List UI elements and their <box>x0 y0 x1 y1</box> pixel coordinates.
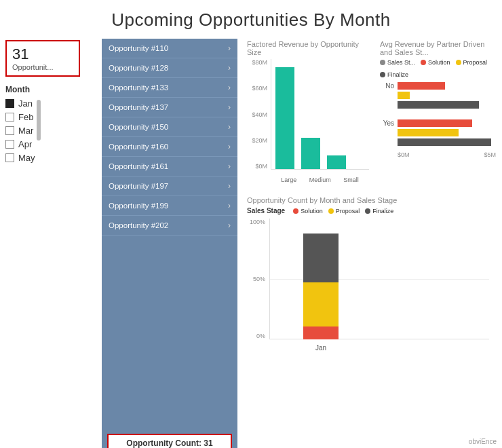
stacked-segment-proposal <box>303 282 339 326</box>
legend3-dot-finalize <box>365 208 370 214</box>
x-label-jan: Jan <box>303 344 339 352</box>
list-item-1[interactable]: Opportunity #128 › <box>102 58 237 78</box>
stacked-bar-jan <box>303 234 339 339</box>
chart-avg-revenue: Avg Revenue by Partner Driven and Sales … <box>374 37 501 193</box>
bar-large <box>275 67 294 169</box>
y-label-0m: $0M <box>247 163 267 170</box>
filter-item-may[interactable]: May <box>5 153 35 163</box>
filter-scrollbar[interactable] <box>37 100 41 141</box>
checkbox-feb[interactable] <box>5 113 14 122</box>
filter-item-feb[interactable]: Feb <box>5 112 35 122</box>
chart-opportunity-count: Opportunity Count by Month and Sales Sta… <box>242 193 501 448</box>
y-label-20m: $20M <box>247 137 267 144</box>
stacked-segment-solution <box>303 326 339 339</box>
stacked-x-labels: Jan <box>269 344 489 352</box>
chart2-title: Avg Revenue by Partner Driven and Sales … <box>380 40 496 56</box>
filter-label-jan: Jan <box>18 98 33 109</box>
chart-factored-revenue: Factored Revenue by Opportunity Size $80… <box>242 37 374 193</box>
legend-solution: Solution <box>421 59 450 66</box>
x-label-large: Large <box>281 176 296 183</box>
chevron-icon-5: › <box>228 142 231 151</box>
list-item-5[interactable]: Opportunity #160 › <box>102 137 237 157</box>
hbar-group-no: No <box>380 82 496 109</box>
x-label-0m: $0M <box>398 151 410 158</box>
list-item-9[interactable]: Opportunity #202 › <box>102 216 237 236</box>
left-panel: 31 Opportunit... Month Jan Feb <box>0 37 102 448</box>
stacked-chart-container: 100% 50% 0% <box>247 219 496 354</box>
legend3-dot-solution <box>293 208 298 214</box>
stacked-segment-finalize <box>303 234 339 282</box>
list-item-7[interactable]: Opportunity #197 › <box>102 176 237 196</box>
kpi-card[interactable]: 31 Opportunit... <box>5 40 80 77</box>
filter-title: Month <box>5 85 96 94</box>
charts-area: Factored Revenue by Opportunity Size $80… <box>237 37 502 448</box>
filter-item-jan[interactable]: Jan <box>5 98 35 109</box>
list-footer: Opportunity Count: 31 <box>107 434 232 448</box>
legend-label-finalize: Finalize <box>387 71 408 78</box>
legend3-label-proposal: Proposal <box>336 208 360 214</box>
filter-label-mar: Mar <box>18 126 33 136</box>
charts-top-row: Factored Revenue by Opportunity Size $80… <box>242 37 501 193</box>
legend3-label-solution: Solution <box>301 208 323 214</box>
chevron-icon-3: › <box>228 102 231 112</box>
chevron-icon-8: › <box>228 201 231 210</box>
legend-dot-proposal <box>456 60 461 65</box>
checkbox-apr[interactable] <box>5 140 14 149</box>
bar-medium-rect <box>301 138 320 169</box>
filter-item-apr[interactable]: Apr <box>5 139 35 149</box>
filter-label-may: May <box>18 153 35 163</box>
list-item-8[interactable]: Opportunity #199 › <box>102 196 237 216</box>
legend3-dot-proposal <box>328 208 334 214</box>
hbar-yes-proposal <box>398 129 459 136</box>
checkbox-may[interactable] <box>5 153 14 162</box>
chart2-legend: Sales St... Solution Proposal Finalize <box>380 59 496 78</box>
filter-item-mar[interactable]: Mar <box>5 126 35 136</box>
legend3-solution: Solution <box>293 207 323 214</box>
hbar-no-proposal <box>398 92 410 99</box>
checkbox-jan[interactable] <box>5 99 14 108</box>
stacked-bars-area <box>269 219 489 339</box>
hbar-x-axis: $0M $5M <box>398 151 496 158</box>
list-item-0[interactable]: Opportunity #110 › <box>102 39 237 58</box>
list-item-4[interactable]: Opportunity #150 › <box>102 117 237 137</box>
chevron-icon-9: › <box>228 221 231 230</box>
hbar-yes-finalize <box>398 138 491 146</box>
legend-dot-solution <box>421 60 426 65</box>
chart3-legend: Sales Stage Solution Proposal Finalize <box>247 207 496 214</box>
legend-proposal: Proposal <box>456 59 488 66</box>
page-title: Upcoming Opportunities By Month <box>0 0 502 37</box>
sales-stage-label: Sales Stage <box>247 207 285 214</box>
list-item-3[interactable]: Opportunity #137 › <box>102 98 237 117</box>
filter-section: Month Jan Feb Mar <box>0 82 102 169</box>
chart3-title: Opportunity Count by Month and Sales Sta… <box>247 196 496 204</box>
bar-small <box>327 155 346 169</box>
hbar-no-solution <box>398 82 445 90</box>
bar-small-rect <box>327 155 346 169</box>
legend-label-solution: Solution <box>428 59 450 66</box>
legend-salesst: Sales St... <box>380 59 415 66</box>
list-item-6[interactable]: Opportunity #161 › <box>102 157 237 176</box>
legend-label-proposal: Proposal <box>463 59 488 66</box>
hbar-group-yes: Yes <box>380 119 496 146</box>
chevron-icon-0: › <box>228 43 231 53</box>
legend-dot-salesst <box>380 60 385 65</box>
list-item-2[interactable]: Opportunity #133 › <box>102 78 237 98</box>
legend3-proposal: Proposal <box>328 207 360 214</box>
hbar-yes-solution <box>398 119 472 127</box>
hbar-label-no: No <box>380 82 398 90</box>
chart1-title: Factored Revenue by Opportunity Size <box>247 40 369 56</box>
chevron-icon-7: › <box>228 181 231 191</box>
legend3-label-finalize: Finalize <box>372 208 393 214</box>
legend3-finalize: Finalize <box>365 207 393 214</box>
legend-dot-finalize <box>380 72 385 77</box>
branding-label: obviEnce <box>469 438 497 445</box>
chevron-icon-4: › <box>228 122 231 132</box>
filter-label-feb: Feb <box>18 112 33 122</box>
list-panel: Opportunity #110 › Opportunity #128 › Op… <box>102 39 237 448</box>
kpi-number: 31 <box>12 45 73 63</box>
chevron-icon-2: › <box>228 83 231 92</box>
y-label-80m: $80M <box>247 59 267 66</box>
filter-label-apr: Apr <box>18 139 32 149</box>
checkbox-mar[interactable] <box>5 126 14 135</box>
chevron-icon-1: › <box>228 63 231 73</box>
